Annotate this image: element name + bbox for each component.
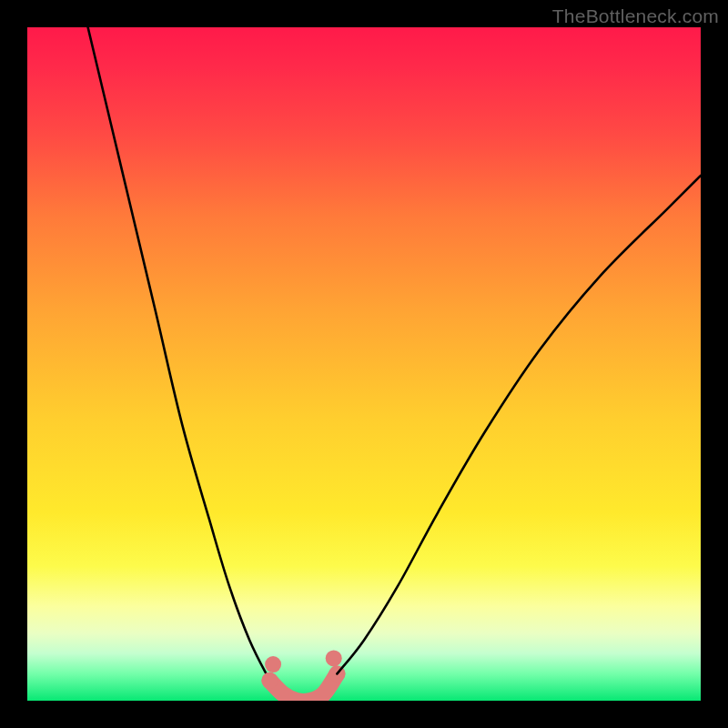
chart-frame: TheBottleneck.com bbox=[0, 0, 728, 728]
highlight-dot bbox=[265, 656, 281, 672]
bottleneck-curve-right bbox=[337, 176, 701, 674]
highlight-band bbox=[269, 673, 337, 701]
curve-layer bbox=[27, 27, 701, 701]
highlight-dot bbox=[261, 672, 278, 689]
watermark-text: TheBottleneck.com bbox=[552, 5, 719, 27]
curve-group bbox=[88, 27, 701, 701]
highlight-dot bbox=[326, 650, 342, 666]
bottleneck-curve-left bbox=[88, 27, 270, 681]
plot-area bbox=[27, 27, 701, 701]
